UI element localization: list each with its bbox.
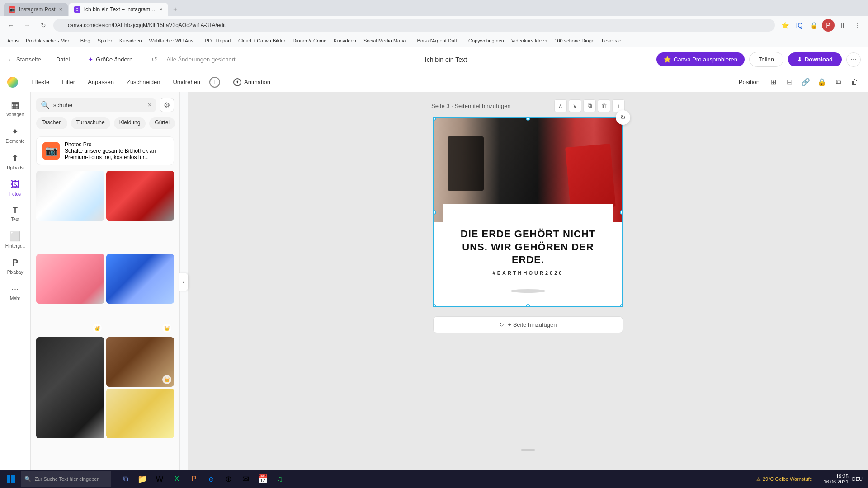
datei-button[interactable]: Datei xyxy=(52,54,73,65)
taskbar-search[interactable]: 🔍 Zur Suche Text hier eingeben xyxy=(21,471,111,487)
sidebar-item-fotos[interactable]: 🖼 Fotos xyxy=(2,176,29,200)
align-tool-button[interactable]: ⊟ xyxy=(783,76,796,89)
color-picker[interactable] xyxy=(7,77,18,88)
info-button[interactable]: i xyxy=(209,77,220,88)
tab-canva-close[interactable]: × xyxy=(160,6,163,13)
taskbar-word[interactable]: W xyxy=(151,471,168,487)
taskbar-taskview[interactable]: ⧉ xyxy=(117,471,133,487)
share-button[interactable]: Teilen xyxy=(749,52,783,67)
bookmark-produktsuche[interactable]: Produktsuche - Mer... xyxy=(23,37,76,44)
grosse-button[interactable]: ✦ Größe ändern xyxy=(85,54,136,65)
bookmark-kursideen2[interactable]: Kursideen xyxy=(331,37,359,44)
sidebar-item-hintergrund[interactable]: ⬜ Hintergr... xyxy=(2,227,29,252)
sidebar-item-uploads[interactable]: ⬆ Uploads xyxy=(2,149,29,174)
photo-cell-2[interactable] xyxy=(106,171,175,252)
bookmark-apps[interactable]: Apps xyxy=(5,37,21,44)
page-up-button[interactable]: ∧ xyxy=(554,99,567,112)
link-tool-button[interactable]: 🔗 xyxy=(799,76,812,89)
bookmark-social[interactable]: Social Media Mana... xyxy=(361,37,413,44)
add-page-button[interactable]: ↻ + Seite hinzufügen xyxy=(433,316,623,333)
bookmark-wahlf[interactable]: Wahlfächer WU Aus... xyxy=(146,37,200,44)
photo-cell-3[interactable]: 👑 xyxy=(36,254,104,335)
canvas-frame[interactable]: DIE ERDE GEHÖRT NICHT UNS. WIR GEHÖREN D… xyxy=(433,117,623,307)
anpassen-button[interactable]: Anpassen xyxy=(82,77,119,87)
chip-kleidung[interactable]: Kleidung xyxy=(114,117,146,129)
bookmark-copy[interactable]: Copywriting neu xyxy=(466,37,507,44)
photo-cell-1[interactable] xyxy=(36,171,104,252)
lock-tool-button[interactable]: 🔒 xyxy=(816,76,828,89)
taskbar-chrome[interactable]: ⊕ xyxy=(220,471,236,487)
undo-button[interactable]: ↺ xyxy=(147,53,161,66)
forward-button[interactable]: → xyxy=(21,19,33,32)
bookmark-dinner[interactable]: Dinner & Crime xyxy=(290,37,329,44)
handle-bottom-right[interactable] xyxy=(620,304,623,307)
taskbar-calendar[interactable]: 📅 xyxy=(255,471,271,487)
bookmark-kursideen[interactable]: Kursideen xyxy=(117,37,145,44)
bookmark-blog[interactable]: Blog xyxy=(78,37,93,44)
bookmark-video[interactable]: Videokurs Ideen xyxy=(509,37,550,44)
more-button[interactable]: ··· xyxy=(846,52,861,67)
handle-bottom-mid[interactable] xyxy=(526,304,530,307)
tab-instagram[interactable]: 📷 Instagram Post × xyxy=(4,3,68,16)
photo-cell-5[interactable] xyxy=(36,337,104,470)
profile-icon[interactable]: P xyxy=(822,19,835,32)
reload-button[interactable]: ↻ xyxy=(37,19,50,32)
taskbar-spotify[interactable]: ♫ xyxy=(272,471,288,487)
sidebar-item-elemente[interactable]: ✦ Elemente xyxy=(2,122,29,147)
zuschneiden-button[interactable]: Zuschneiden xyxy=(121,77,165,87)
page-delete-button[interactable]: 🗑 xyxy=(598,99,610,112)
pause-button[interactable]: ⏸ xyxy=(836,19,849,32)
taskbar-excel[interactable]: X xyxy=(169,471,185,487)
new-tab-button[interactable]: + xyxy=(169,3,182,16)
tab-canva[interactable]: C Ich bin ein Text – Instagram-Bei... × xyxy=(69,3,168,16)
chip-taschen[interactable]: Taschen xyxy=(36,117,67,129)
start-button[interactable] xyxy=(2,471,20,487)
sidebar-item-mehr[interactable]: ··· Mehr xyxy=(2,280,29,305)
photo-cell-4[interactable]: 👑 xyxy=(106,254,175,335)
handle-right-mid[interactable] xyxy=(620,210,623,215)
taskbar-fileexplorer[interactable]: 📁 xyxy=(134,471,151,487)
back-button[interactable]: ← xyxy=(5,19,17,32)
bookmark-cload[interactable]: Cload + Canva Bilder xyxy=(236,37,288,44)
position-button[interactable]: Position xyxy=(735,77,763,87)
animation-button[interactable]: ✦ Animation xyxy=(228,76,276,88)
search-clear-button[interactable]: × xyxy=(148,101,151,108)
collapse-panel-button[interactable]: ‹ xyxy=(179,273,188,291)
bookmark-100[interactable]: 100 schöne Dinge xyxy=(552,37,597,44)
chip-arrow-button[interactable]: › xyxy=(179,117,179,129)
extension-icon-2[interactable]: IQ xyxy=(793,19,806,32)
filter-button[interactable]: Filter xyxy=(57,77,80,87)
bookmark-lese[interactable]: Leseliste xyxy=(599,37,624,44)
grid-tool-button[interactable]: ⊞ xyxy=(767,76,779,89)
bookmark-bois[interactable]: Bois d'Argent Duft... xyxy=(415,37,464,44)
search-input[interactable] xyxy=(53,102,144,108)
photos-pro-banner[interactable]: 📷 Photos Pro Schalte unsere gesamte Bibl… xyxy=(36,136,174,165)
layers-tool-button[interactable]: ⧉ xyxy=(832,76,844,89)
photo-cell-7[interactable] xyxy=(106,389,175,438)
tab-instagram-close[interactable]: × xyxy=(59,6,62,13)
bookmark-pdf[interactable]: PDF Report xyxy=(202,37,234,44)
effekte-button[interactable]: Effekte xyxy=(26,77,55,87)
trash-tool-button[interactable]: 🗑 xyxy=(848,76,861,89)
page-down-button[interactable]: ∨ xyxy=(569,99,581,112)
filter-button[interactable]: ⚙ xyxy=(160,98,174,112)
sidebar-item-text[interactable]: T Text xyxy=(2,202,29,225)
bookmark-spater[interactable]: Später xyxy=(95,37,115,44)
extension-icon-1[interactable]: ⭐ xyxy=(778,19,791,32)
taskbar-edge[interactable]: e xyxy=(203,471,219,487)
taskbar-mail[interactable]: ✉ xyxy=(237,471,254,487)
home-button[interactable]: ← Startseite xyxy=(7,56,41,64)
umdrehen-button[interactable]: Umdrehen xyxy=(167,77,206,87)
canva-pro-button[interactable]: ⭐ Canva Pro ausprobieren xyxy=(656,52,745,66)
download-button[interactable]: ⬇ Download xyxy=(788,52,842,66)
chip-turnschuhe[interactable]: Turnschuhe xyxy=(71,117,110,129)
page-copy-button[interactable]: ⧉ xyxy=(583,99,596,112)
canvas-text-box[interactable]: DIE ERDE GEHÖRT NICHT UNS. WIR GEHÖREN D… xyxy=(443,204,613,299)
address-input[interactable] xyxy=(53,19,775,32)
chip-gurtel[interactable]: Gürtel xyxy=(149,117,175,129)
sidebar-item-pixabay[interactable]: P Pixabay xyxy=(2,254,29,278)
extension-icon-3[interactable]: 🔒 xyxy=(807,19,820,32)
refresh-button[interactable]: ↻ xyxy=(616,110,630,125)
photo-cell-6[interactable]: 👑 xyxy=(106,337,175,387)
sidebar-item-vorlagen[interactable]: ▦ Vorlagen xyxy=(2,96,29,121)
